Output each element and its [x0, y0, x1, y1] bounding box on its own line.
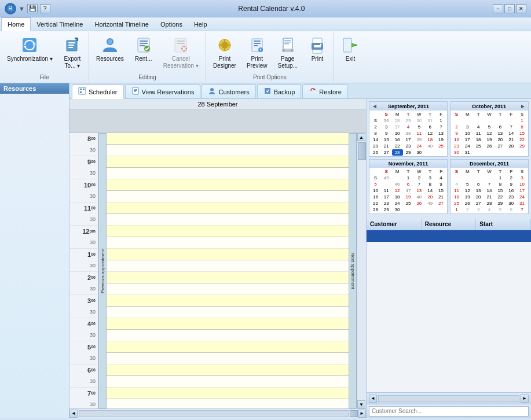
- day[interactable]: 28: [370, 207, 381, 213]
- day[interactable]: 3: [424, 175, 435, 181]
- day[interactable]: 24: [413, 143, 424, 149]
- day[interactable]: 25: [473, 143, 484, 149]
- scroll-down-button[interactable]: ▼: [357, 400, 365, 408]
- day[interactable]: 14: [484, 187, 495, 194]
- day[interactable]: 22: [370, 200, 381, 207]
- day[interactable]: 21: [484, 194, 495, 200]
- day[interactable]: 26: [370, 149, 381, 156]
- day[interactable]: 5: [495, 207, 506, 213]
- day[interactable]: 6: [424, 124, 435, 130]
- day[interactable]: 29: [381, 207, 392, 213]
- day[interactable]: 15: [517, 130, 528, 137]
- next-appointment-button[interactable]: Next appointment: [349, 133, 357, 408]
- day[interactable]: 3: [381, 124, 392, 130]
- day[interactable]: 1: [495, 175, 506, 181]
- day[interactable]: 29: [403, 149, 414, 156]
- day[interactable]: 29: [495, 200, 506, 207]
- prev-appointment-button[interactable]: Previous appointment: [98, 133, 107, 408]
- print-preview-button[interactable]: PrintPreview: [242, 34, 272, 72]
- schedule-grid[interactable]: [107, 133, 357, 408]
- tab-backup[interactable]: Backup: [257, 84, 302, 98]
- minimize-button[interactable]: −: [493, 4, 503, 13]
- menu-item-options[interactable]: Options: [155, 17, 188, 31]
- day[interactable]: 1: [435, 117, 446, 124]
- day[interactable]: 29: [403, 117, 414, 124]
- tab-customers[interactable]: Customers: [202, 84, 255, 98]
- cancel-reservation-button[interactable]: CancelReservation ▾: [159, 34, 203, 72]
- day[interactable]: 27: [473, 200, 484, 207]
- tab-view-reservations[interactable]: View Reservations: [125, 84, 201, 98]
- day[interactable]: 16: [370, 194, 381, 200]
- day[interactable]: 19: [403, 194, 414, 200]
- scroll-right-button[interactable]: ►: [358, 410, 366, 418]
- day[interactable]: 2: [413, 175, 424, 181]
- day[interactable]: 21: [435, 194, 446, 200]
- day[interactable]: 18: [451, 194, 462, 200]
- day[interactable]: 9: [506, 181, 517, 187]
- day[interactable]: 10: [370, 187, 381, 194]
- day[interactable]: 6: [473, 181, 484, 187]
- day[interactable]: 30: [506, 200, 517, 207]
- scroll-left-button[interactable]: ◄: [69, 410, 78, 418]
- day[interactable]: 9: [381, 130, 392, 137]
- day[interactable]: 5: [370, 181, 381, 187]
- day[interactable]: 4: [473, 124, 484, 130]
- day[interactable]: 4: [484, 207, 495, 213]
- day[interactable]: 28: [484, 200, 495, 207]
- day[interactable]: 14: [424, 187, 435, 194]
- day[interactable]: 7: [484, 181, 495, 187]
- day[interactable]: 13: [413, 187, 424, 194]
- day[interactable]: 20: [424, 194, 435, 200]
- tab-scheduler[interactable]: Scheduler: [72, 84, 124, 99]
- exit-button[interactable]: Exit: [336, 34, 364, 65]
- day[interactable]: 3: [462, 124, 473, 130]
- day[interactable]: 1: [451, 207, 462, 213]
- print-designer-button[interactable]: PrintDesigner: [208, 34, 241, 72]
- resources-button[interactable]: Resources: [91, 34, 129, 65]
- day[interactable]: 15: [381, 137, 392, 143]
- day[interactable]: 25: [403, 200, 414, 207]
- day[interactable]: 7: [517, 207, 528, 213]
- day[interactable]: 27: [435, 200, 446, 207]
- day[interactable]: 7: [506, 124, 517, 130]
- day[interactable]: 24: [392, 200, 403, 207]
- day[interactable]: 7: [435, 124, 446, 130]
- day[interactable]: 19: [484, 137, 495, 143]
- day[interactable]: 26: [484, 143, 495, 149]
- horiz-scroll-thumb[interactable]: [350, 410, 358, 417]
- day[interactable]: 2: [451, 124, 462, 130]
- day[interactable]: 2: [370, 124, 381, 130]
- day[interactable]: 5: [413, 124, 424, 130]
- day[interactable]: 19: [462, 194, 473, 200]
- day[interactable]: 30: [413, 117, 424, 124]
- day[interactable]: 24: [462, 143, 473, 149]
- day[interactable]: 1: [517, 117, 528, 124]
- oct-next-button[interactable]: ►: [520, 103, 526, 109]
- day[interactable]: 14: [506, 130, 517, 137]
- day[interactable]: 23: [381, 200, 392, 207]
- day[interactable]: 13: [495, 130, 506, 137]
- day[interactable]: 19: [435, 137, 446, 143]
- customer-search-input[interactable]: [369, 406, 529, 417]
- day[interactable]: 2: [462, 207, 473, 213]
- day[interactable]: 23: [451, 143, 462, 149]
- day[interactable]: 21: [506, 137, 517, 143]
- day[interactable]: 2: [506, 175, 517, 181]
- day[interactable]: 16: [451, 137, 462, 143]
- day[interactable]: 4: [403, 124, 414, 130]
- day[interactable]: 14: [370, 137, 381, 143]
- day[interactable]: 17: [462, 137, 473, 143]
- menu-item-home[interactable]: Home: [1, 17, 31, 31]
- day[interactable]: 26: [413, 200, 424, 207]
- day[interactable]: 7: [413, 181, 424, 187]
- day[interactable]: 29: [517, 143, 528, 149]
- scroll-up-button[interactable]: ▲: [357, 133, 365, 141]
- day[interactable]: 15: [495, 187, 506, 194]
- scroll-left-button[interactable]: ◄: [369, 395, 377, 403]
- print-button[interactable]: Print: [303, 34, 331, 65]
- rent-button[interactable]: Rent...: [130, 34, 158, 65]
- day[interactable]: 8: [495, 181, 506, 187]
- day[interactable]: 12: [424, 130, 435, 137]
- scroll-thumb[interactable]: [358, 142, 366, 160]
- day[interactable]: 5: [462, 181, 473, 187]
